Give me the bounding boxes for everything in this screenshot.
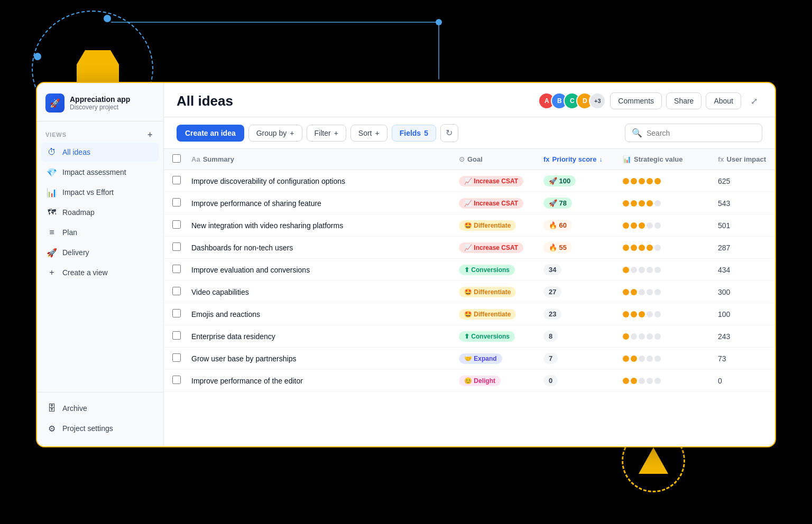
app-name: Appreciation app xyxy=(70,95,130,104)
strategic-dots xyxy=(623,245,705,251)
col-strategic-header[interactable]: 📊 Strategic value xyxy=(616,149,712,170)
create-idea-button[interactable]: Create an idea xyxy=(177,125,244,142)
dot xyxy=(631,289,637,295)
row-checkbox-5[interactable] xyxy=(172,287,181,295)
dot xyxy=(623,178,629,184)
dot xyxy=(631,333,637,340)
sidebar-item-plan[interactable]: ≡ Plan xyxy=(41,223,159,242)
row-summary-6[interactable]: Emojis and reactions xyxy=(185,303,453,325)
row-priority-8: 7 xyxy=(537,348,616,370)
strategic-col-icon: 📊 xyxy=(623,155,631,163)
row-checkbox-9[interactable] xyxy=(172,376,181,384)
row-priority-0: 🚀 100 xyxy=(537,170,616,192)
sidebar-label-all-ideas: All ideas xyxy=(62,148,90,156)
priority-badge: 27 xyxy=(543,286,561,297)
col-goal-header[interactable]: ⊙ Goal xyxy=(453,149,537,170)
sort-button[interactable]: Sort + xyxy=(350,125,387,142)
search-input[interactable] xyxy=(647,129,755,137)
row-summary-1[interactable]: Improve performance of sharing feature xyxy=(185,192,453,214)
row-checkbox-8[interactable] xyxy=(172,353,181,362)
goal-badge: 🤩 Differentiate xyxy=(459,309,516,320)
row-checkbox-4[interactable] xyxy=(172,265,181,273)
dot xyxy=(639,200,645,207)
goal-badge: ⬆ Conversions xyxy=(459,331,515,342)
archive-icon: 🗄 xyxy=(47,403,57,414)
app-window: 🚀 Appreciation app Discovery project VIE… xyxy=(36,82,776,447)
row-goal-8: 🤝 Expand xyxy=(453,348,537,370)
strategic-dots xyxy=(623,222,705,229)
group-by-button[interactable]: Group by + xyxy=(248,125,302,142)
row-summary-2[interactable]: New integration with video resharing pla… xyxy=(185,214,453,237)
refresh-button[interactable]: ↻ xyxy=(440,124,458,142)
filter-plus-icon: + xyxy=(334,129,338,137)
row-summary-7[interactable]: Enterprise data residency xyxy=(185,325,453,348)
table-row: Improve performance of the editor😊 Delig… xyxy=(164,370,775,392)
row-checkbox-0[interactable] xyxy=(172,176,181,184)
sidebar-item-roadmap[interactable]: 🗺 Roadmap xyxy=(41,203,159,222)
expand-button[interactable]: ⤢ xyxy=(745,92,762,109)
sidebar-item-impact-assessment[interactable]: 💎 Impact assessment xyxy=(41,163,159,182)
table-row: Improve discoverability of configuration… xyxy=(164,170,775,192)
comments-button[interactable]: Comments xyxy=(610,92,662,109)
col-impact-header[interactable]: fx User impact xyxy=(712,149,775,170)
roadmap-icon: 🗺 xyxy=(47,207,57,218)
fields-button[interactable]: Fields 5 xyxy=(392,125,436,142)
row-summary-5[interactable]: Video capabilities xyxy=(185,281,453,303)
sidebar-item-impact-effort[interactable]: 📊 Impact vs Effort xyxy=(41,183,159,202)
add-view-button[interactable]: + xyxy=(145,130,155,139)
impact-col-icon: fx xyxy=(718,155,724,163)
dot xyxy=(639,245,645,251)
row-summary-8[interactable]: Grow user base by partnerships xyxy=(185,348,453,370)
app-logo: 🚀 xyxy=(45,93,64,113)
col-priority-header[interactable]: fx Priority score ↓ xyxy=(537,149,616,170)
dot xyxy=(654,355,661,362)
dot xyxy=(623,200,629,207)
about-button[interactable]: About xyxy=(706,92,741,109)
avatar-count: +3 xyxy=(589,92,606,109)
row-checkbox-7[interactable] xyxy=(172,331,181,340)
strategic-dots xyxy=(623,200,705,207)
app-subtitle: Discovery project xyxy=(70,104,130,111)
row-priority-6: 23 xyxy=(537,303,616,325)
dot xyxy=(647,178,653,184)
row-summary-0[interactable]: Improve discoverability of configuration… xyxy=(185,170,453,192)
dot xyxy=(623,333,629,340)
dot xyxy=(631,178,637,184)
priority-col-icon: fx xyxy=(543,155,550,163)
filter-button[interactable]: Filter + xyxy=(307,125,346,142)
row-summary-4[interactable]: Improve evaluation and conversions xyxy=(185,259,453,281)
row-summary-3[interactable]: Dashboards for non-tech users xyxy=(185,237,453,259)
dot xyxy=(654,378,661,384)
dot xyxy=(623,289,629,295)
sidebar-item-all-ideas[interactable]: ⏱ All ideas xyxy=(41,143,159,162)
row-checkbox-1[interactable] xyxy=(172,198,181,207)
dot xyxy=(654,311,661,317)
row-checkbox-2[interactable] xyxy=(172,220,181,229)
share-button[interactable]: Share xyxy=(666,92,702,109)
row-summary-9[interactable]: Improve performance of the editor xyxy=(185,370,453,392)
dot xyxy=(639,355,645,362)
main-content: All ideas A B C D +3 Comments Share Abou… xyxy=(164,83,775,446)
row-priority-5: 27 xyxy=(537,281,616,303)
dot xyxy=(647,355,653,362)
row-strategic-1 xyxy=(616,192,712,214)
col-summary-header[interactable]: Aa Summary xyxy=(185,149,453,170)
row-goal-2: 🤩 Differentiate xyxy=(453,214,537,237)
dot xyxy=(647,222,653,229)
dot xyxy=(654,267,661,273)
create-view-icon: + xyxy=(47,267,57,278)
dot xyxy=(639,333,645,340)
row-checkbox-6[interactable] xyxy=(172,309,181,317)
row-goal-4: ⬆ Conversions xyxy=(453,259,537,281)
priority-badge: 8 xyxy=(543,331,558,342)
row-priority-9: 0 xyxy=(537,370,616,392)
sidebar-item-project-settings[interactable]: ⚙ Project settings xyxy=(41,419,159,438)
sidebar-header: 🚀 Appreciation app Discovery project xyxy=(37,83,163,121)
dot xyxy=(639,378,645,384)
row-checkbox-3[interactable] xyxy=(172,242,181,251)
sidebar-item-delivery[interactable]: 🚀 Delivery xyxy=(41,243,159,262)
sidebar-item-archive[interactable]: 🗄 Archive xyxy=(41,399,159,418)
plan-icon: ≡ xyxy=(47,227,57,238)
select-all-checkbox[interactable] xyxy=(172,154,181,163)
sidebar-item-create-view[interactable]: + Create a view xyxy=(41,263,159,282)
